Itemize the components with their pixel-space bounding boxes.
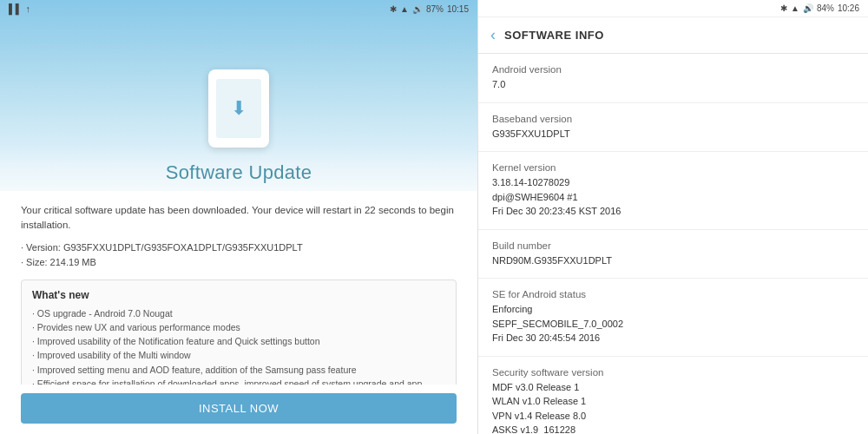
content-section: Your critical software update has been d… bbox=[0, 191, 477, 385]
wifi-icon: ▲ bbox=[400, 4, 409, 14]
volume-icon: 🔊 bbox=[412, 4, 423, 14]
install-button-container: INSTALL NOW bbox=[0, 385, 477, 434]
info-label: Kernel version bbox=[492, 162, 854, 173]
right-status-bar: ✱ ▲ 🔊 84% 10:26 bbox=[478, 0, 868, 17]
info-label: SE for Android status bbox=[492, 289, 854, 299]
right-status-right: ✱ ▲ 🔊 84% 10:26 bbox=[780, 3, 859, 13]
bluetooth-icon: ✱ bbox=[390, 4, 397, 14]
phone-screen: ⬇ bbox=[216, 79, 261, 138]
info-value: NRD90M.G935FXXU1DPLT bbox=[492, 253, 854, 268]
left-status-icons: ▌▌ ↑ bbox=[9, 3, 30, 14]
right-time: 10:26 bbox=[838, 3, 859, 13]
whats-new-content: · OS upgrade - Android 7.0 Nougat · Prov… bbox=[32, 306, 445, 385]
info-row: Security software versionMDF v3.0 Releas… bbox=[478, 357, 868, 435]
info-row: Kernel version3.18.14-10278029 dpi@SWHE9… bbox=[478, 152, 868, 230]
info-value: 7.0 bbox=[492, 77, 854, 92]
hero-section: ⬇ bbox=[0, 0, 477, 148]
left-status-right: ✱ ▲ 🔊 87% 10:15 bbox=[390, 4, 469, 14]
page-title: Software Update bbox=[21, 161, 457, 184]
right-battery: 84% bbox=[817, 3, 834, 13]
phone-icon: ⬇ bbox=[208, 69, 269, 148]
back-button[interactable]: ‹ bbox=[490, 26, 496, 44]
right-content: Android version7.0Baseband versionG935FX… bbox=[478, 54, 868, 434]
right-header: ‹ SOFTWARE INFO bbox=[478, 17, 868, 54]
install-now-button[interactable]: INSTALL NOW bbox=[21, 393, 457, 424]
info-row: Android version7.0 bbox=[478, 54, 868, 103]
right-bluetooth-icon: ✱ bbox=[780, 3, 787, 13]
info-label: Baseband version bbox=[492, 114, 854, 124]
battery-level: 87% bbox=[426, 4, 444, 14]
right-volume-icon: 🔊 bbox=[803, 3, 813, 13]
title-section: Software Update bbox=[0, 148, 477, 191]
left-status-bar: ▌▌ ↑ ✱ ▲ 🔊 87% 10:15 bbox=[0, 0, 477, 17]
version-info: · Version: G935FXXU1DPLT/G935FOXA1DPLT/G… bbox=[21, 240, 457, 271]
time-display: 10:15 bbox=[447, 4, 469, 14]
info-row: SE for Android statusEnforcing SEPF_SECM… bbox=[478, 279, 868, 357]
info-value: G935FXXU1DPLT bbox=[492, 127, 854, 141]
whats-new-title: What's new bbox=[32, 289, 445, 301]
info-value: 3.18.14-10278029 dpi@SWHE9604 #1 Fri Dec… bbox=[492, 175, 854, 219]
signal-icon: ▌▌ bbox=[9, 3, 23, 14]
info-label: Build number bbox=[492, 240, 854, 251]
size-label: · Size: 214.19 MB bbox=[21, 255, 457, 271]
info-row: Build numberNRD90M.G935FXXU1DPLT bbox=[478, 230, 868, 279]
right-wifi-icon: ▲ bbox=[791, 3, 799, 13]
info-row: Baseband versionG935FXXU1DPLT bbox=[478, 103, 868, 153]
info-label: Android version bbox=[492, 64, 854, 75]
whats-new-box: What's new · OS upgrade - Android 7.0 No… bbox=[21, 279, 457, 385]
version-label: · Version: G935FXXU1DPLT/G935FOXA1DPLT/G… bbox=[21, 240, 457, 256]
info-value: MDF v3.0 Release 1 WLAN v1.0 Release 1 V… bbox=[492, 380, 854, 435]
info-label: Security software version bbox=[492, 367, 854, 378]
download-arrow-icon: ⬇ bbox=[231, 97, 247, 120]
right-header-title: SOFTWARE INFO bbox=[504, 29, 604, 42]
right-panel: ✱ ▲ 🔊 84% 10:26 ‹ SOFTWARE INFO Android … bbox=[477, 0, 868, 434]
notification-icon: ↑ bbox=[26, 3, 31, 14]
left-panel: ▌▌ ↑ ✱ ▲ 🔊 87% 10:15 ⬇ Software Update Y… bbox=[0, 0, 477, 434]
info-value: Enforcing SEPF_SECMOBILE_7.0_0002 Fri De… bbox=[492, 302, 854, 345]
description-text: Your critical software update has been d… bbox=[21, 203, 457, 233]
